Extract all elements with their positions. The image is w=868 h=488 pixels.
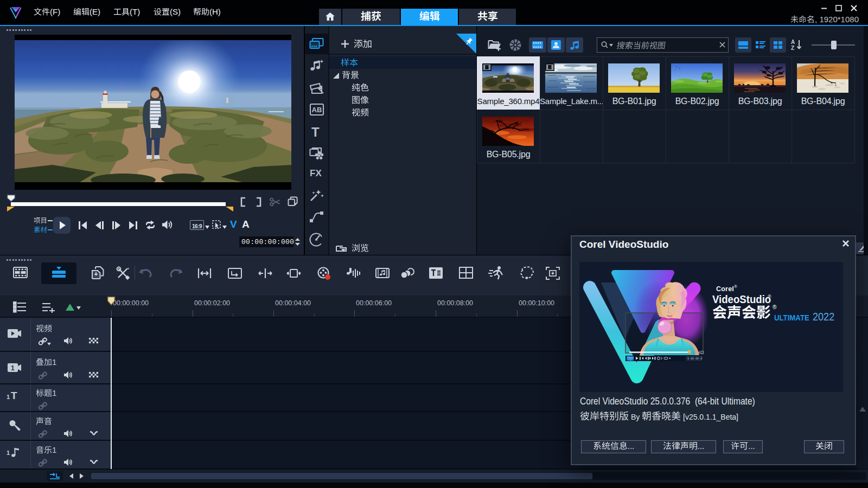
svg-text:0:00:00:0: 0:00:00:0 [687, 357, 702, 361]
svg-text:A: A [791, 39, 795, 45]
svg-text:Z: Z [791, 45, 794, 51]
svg-text:Clip: Clip [628, 359, 631, 361]
svg-text:1: 1 [11, 364, 15, 372]
